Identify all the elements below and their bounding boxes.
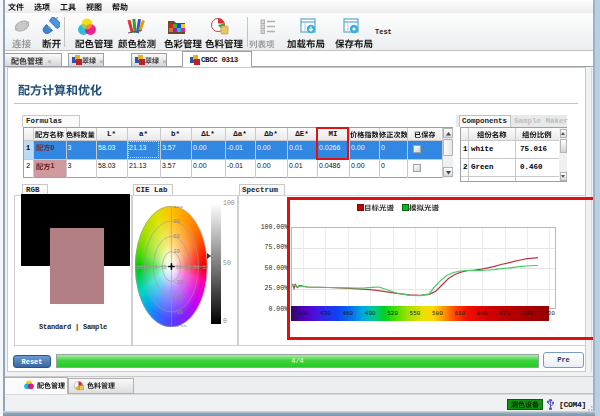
svg-text:-90: -90 bbox=[139, 265, 148, 271]
svg-text:90: 90 bbox=[173, 218, 180, 225]
svg-text:-120: -120 bbox=[173, 324, 186, 327]
svg-text:-30: -30 bbox=[157, 265, 166, 271]
svg-text:60: 60 bbox=[173, 233, 180, 240]
svg-text:-60: -60 bbox=[148, 265, 157, 271]
svg-text:-60: -60 bbox=[173, 294, 183, 301]
svg-text:120: 120 bbox=[202, 265, 208, 271]
svg-text:60: 60 bbox=[184, 265, 190, 271]
svg-text:120: 120 bbox=[173, 206, 183, 210]
svg-text:30: 30 bbox=[175, 265, 181, 271]
svg-text:90: 90 bbox=[193, 265, 199, 271]
svg-text:-30: -30 bbox=[173, 279, 183, 286]
svg-text:-90: -90 bbox=[173, 309, 183, 316]
svg-text:30: 30 bbox=[173, 248, 180, 255]
